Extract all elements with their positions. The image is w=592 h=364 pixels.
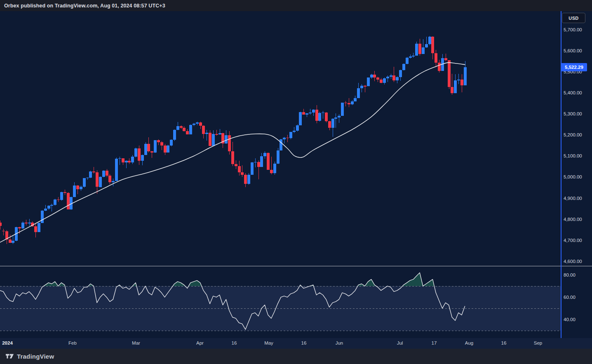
time-axis-label-2024: 2024 [2,341,13,345]
publish-title: Orbex published on TradingView.com, Aug … [0,3,165,9]
publish-header-bar: Orbex published on TradingView.com, Aug … [0,0,592,11]
price-axis-label: 5,000.00 [564,174,582,180]
price-axis-label: 5,400.00 [564,90,582,96]
price-axis-label: 5,600.00 [564,48,582,54]
price-axis-label: 4,800.00 [564,216,582,222]
price-axis-label: 5,700.00 [564,27,582,33]
time-axis-label-16: 16 [232,341,237,345]
time-axis-label-17: 17 [432,341,437,345]
time-axis-label-16: 16 [301,341,307,345]
tradingview-brand-link[interactable]: TradingView [17,353,54,360]
price-axis-label: 4,700.00 [564,237,582,243]
time-axis-label-may: May [264,341,273,345]
chart-pane-hit-area[interactable] [0,11,561,338]
time-axis-label-feb: Feb [68,341,77,345]
last-price-badge: 5,522.29 [561,63,587,71]
price-axis-label: 5,300.00 [564,111,582,117]
time-axis[interactable]: 2024FebMarApr16May16JunJul17Aug16Sep [0,338,592,349]
tradingview-logo-icon[interactable] [6,354,14,359]
footer-bar: TradingView [0,349,592,364]
time-axis-label-jun: Jun [336,341,343,345]
price-axis-label: 4,900.00 [564,195,582,201]
time-axis-label-apr: Apr [196,341,204,345]
time-axis-label-16: 16 [501,341,507,345]
time-axis-label-mar: Mar [132,341,140,345]
rsi-axis-label: 80.00 [564,272,576,278]
price-axis-label: 5,200.00 [564,132,582,138]
rsi-axis-label: 60.00 [564,294,576,300]
price-axis-label: 5,100.00 [564,153,582,159]
currency-toggle-button[interactable]: USD [562,13,585,23]
rsi-axis-label: 40.00 [564,317,576,322]
time-axis-label-jul: Jul [397,341,403,345]
price-axis-label: 4,600.00 [564,258,582,264]
time-axis-label-sep: Sep [534,341,542,345]
time-axis-label-aug: Aug [465,341,473,345]
chart-window: 5,700.005,600.005,500.005,400.005,300.00… [0,0,592,349]
